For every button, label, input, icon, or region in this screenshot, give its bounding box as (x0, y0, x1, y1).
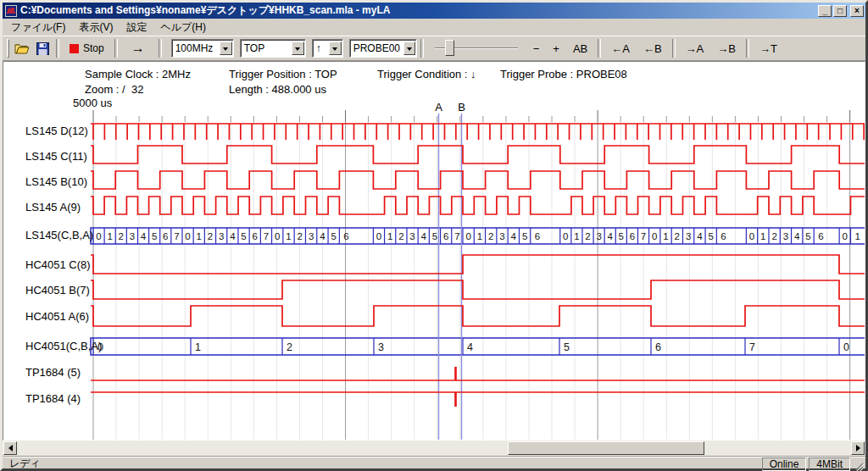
channel-label-hc4051-b: HC4051 B(7) (25, 284, 90, 296)
waveform-svg[interactable]: 0123456701234567012345601234567012345601… (3, 62, 865, 440)
info-length: Length : 488.000 us (229, 83, 326, 96)
menu-settings[interactable]: 設定 (120, 19, 153, 36)
sample-rate-dropdown[interactable] (220, 42, 232, 55)
svg-text:0: 0 (843, 341, 849, 353)
horizontal-scrollbar[interactable] (3, 441, 865, 456)
toolbar-separator (746, 39, 749, 58)
channel-label-hc4051-a: HC4051 A(6) (25, 310, 89, 323)
menu-file[interactable]: ファイル(F) (4, 19, 72, 36)
marker-a-label[interactable]: A (431, 101, 447, 114)
svg-text:0: 0 (376, 231, 381, 241)
svg-text:2: 2 (287, 341, 292, 353)
zoom-slider-thumb[interactable] (445, 40, 454, 56)
marker-b-label[interactable]: B (454, 101, 470, 114)
toolbar-separator (420, 39, 424, 58)
toolbar-grip[interactable] (7, 39, 9, 58)
menu-help[interactable]: ヘルプ(H) (153, 19, 213, 36)
goto-marker-a-button[interactable]: ←A (606, 41, 635, 57)
run-button[interactable]: → (121, 41, 155, 56)
save-icon (36, 42, 49, 55)
svg-text:5: 5 (709, 231, 714, 241)
channel-label-hc4051-c: HC4051 C(8) (25, 258, 91, 271)
trigger-position-dropdown[interactable] (292, 42, 304, 55)
trigger-edge-dropdown[interactable] (329, 42, 342, 55)
scroll-right-icon (856, 445, 864, 452)
svg-text:6: 6 (721, 231, 726, 241)
dropdown-arrow-icon (332, 47, 337, 53)
svg-text:3: 3 (783, 231, 788, 241)
channel-label-ls145-bus: LS145(C,B,A) (25, 229, 93, 241)
info-trigger-condition: Trigger Condition : ↓ (377, 68, 476, 80)
toolbar-separator (159, 39, 162, 58)
scrollbar-thumb[interactable] (508, 441, 704, 455)
svg-text:7: 7 (174, 231, 179, 241)
svg-text:1: 1 (195, 341, 201, 353)
svg-text:3: 3 (686, 231, 691, 241)
app-window: C:¥Documents and Settings¥noname¥デスクトップ¥… (0, 0, 868, 471)
svg-text:4: 4 (141, 231, 147, 241)
zoom-ab-button[interactable]: AB (568, 41, 593, 57)
toolbar-separator (114, 39, 118, 58)
trigger-position-combo[interactable]: TOP (240, 39, 306, 58)
svg-text:5: 5 (522, 231, 527, 241)
info-zoom: Zoom : / 32 (85, 83, 143, 96)
info-sample-clock: Sample Clock : 2MHz (85, 68, 191, 80)
set-marker-b-button[interactable]: →B (712, 41, 741, 57)
dropdown-arrow-icon (407, 47, 412, 53)
svg-text:2: 2 (298, 231, 303, 241)
scroll-right-button[interactable] (851, 441, 865, 455)
svg-text:2: 2 (488, 231, 493, 241)
trigger-probe-dropdown[interactable] (403, 42, 415, 55)
svg-text:0: 0 (275, 231, 280, 241)
zoom-slider[interactable] (435, 39, 518, 58)
stop-icon (70, 44, 79, 53)
svg-text:3: 3 (378, 341, 384, 353)
scroll-left-button[interactable] (3, 441, 17, 455)
save-button[interactable] (32, 39, 53, 58)
maximize-icon: □ (837, 6, 843, 15)
minimize-button[interactable]: _ (818, 5, 832, 17)
goto-marker-b-button[interactable]: ←B (638, 41, 667, 57)
svg-text:3: 3 (219, 231, 224, 241)
title-bar[interactable]: C:¥Documents and Settings¥noname¥デスクトップ¥… (3, 3, 865, 19)
svg-text:2: 2 (398, 231, 403, 241)
stop-button[interactable]: Stop (63, 39, 111, 58)
trigger-probe-combo[interactable]: PROBE00 (349, 39, 417, 58)
maximize-button[interactable]: □ (833, 5, 847, 17)
close-button[interactable]: × (850, 5, 864, 17)
svg-text:3: 3 (130, 231, 135, 241)
menu-view[interactable]: 表示(V) (72, 19, 120, 36)
svg-text:0: 0 (96, 231, 101, 241)
resize-grip-icon[interactable] (853, 460, 864, 471)
svg-text:1: 1 (760, 231, 765, 241)
close-icon: × (854, 6, 860, 15)
trigger-position-value: TOP (241, 42, 268, 54)
channel-label-tp1684-4: TP1684 (4) (25, 392, 81, 405)
stop-label: Stop (83, 42, 104, 54)
svg-text:6: 6 (443, 231, 448, 241)
trigger-edge-combo[interactable]: ↑ (312, 39, 343, 58)
zoom-out-button[interactable]: − (528, 41, 545, 57)
svg-text:4: 4 (608, 231, 614, 241)
svg-text:6: 6 (630, 231, 635, 241)
toolbar-separator (56, 39, 59, 58)
svg-text:7: 7 (641, 231, 646, 241)
svg-text:1: 1 (663, 231, 668, 241)
svg-text:1: 1 (854, 231, 860, 241)
svg-text:7: 7 (264, 231, 269, 241)
open-file-button[interactable] (12, 39, 32, 58)
svg-text:0: 0 (843, 231, 848, 241)
zoom-in-button[interactable]: + (548, 41, 565, 57)
svg-text:5: 5 (432, 231, 437, 241)
svg-text:5: 5 (805, 231, 810, 241)
status-online-badge: Online (762, 457, 807, 471)
menu-bar: ファイル(F) 表示(V) 設定 ヘルプ(H) (3, 19, 865, 36)
sample-rate-combo[interactable]: 100MHz (171, 39, 234, 58)
svg-text:6: 6 (163, 231, 168, 241)
svg-text:3: 3 (309, 231, 314, 241)
set-marker-a-button[interactable]: →A (681, 41, 709, 57)
channel-label-ls145-d: LS145 D(12) (25, 125, 88, 137)
goto-trigger-button[interactable]: →T (754, 41, 782, 57)
trigger-probe-value: PROBE00 (350, 42, 403, 54)
svg-text:4: 4 (320, 231, 326, 241)
